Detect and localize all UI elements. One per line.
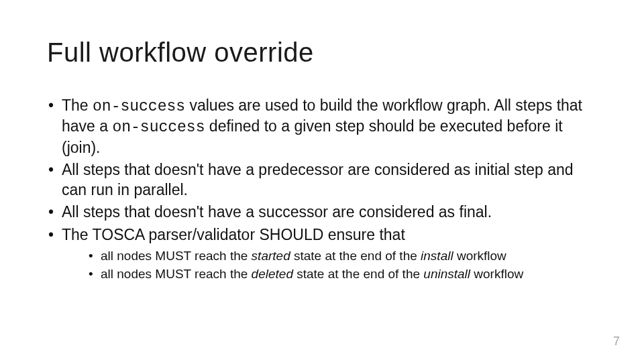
text: The TOSCA parser/validator SHOULD ensure… — [62, 226, 405, 243]
sub-bullet-1: all nodes MUST reach the started state a… — [89, 247, 597, 264]
text: workflow — [470, 267, 523, 281]
text: workflow — [453, 249, 506, 263]
italic: started — [252, 249, 290, 263]
bullet-list: The on-success values are used to build … — [47, 96, 597, 282]
page-number: 7 — [613, 335, 620, 349]
page-title: Full workflow override — [47, 38, 597, 68]
italic: install — [421, 249, 453, 263]
text: all nodes MUST reach the — [101, 267, 252, 281]
text: state at the end of the — [290, 249, 421, 263]
italic: deleted — [252, 267, 293, 281]
bullet-1: The on-success values are used to build … — [47, 96, 597, 158]
italic: uninstall — [423, 267, 470, 281]
sub-bullet-list: all nodes MUST reach the started state a… — [62, 247, 597, 282]
text: all nodes MUST reach the — [101, 249, 252, 263]
text: state at the end of the — [293, 267, 423, 281]
bullet-4: The TOSCA parser/validator SHOULD ensure… — [47, 225, 597, 283]
code: on-success — [93, 98, 185, 115]
sub-bullet-2: all nodes MUST reach the deleted state a… — [89, 265, 597, 282]
bullet-2: All steps that doesn't have a predecesso… — [47, 160, 597, 200]
code: on-success — [112, 119, 205, 136]
bullet-3: All steps that doesn't have a successor … — [47, 202, 597, 222]
text: The — [62, 97, 93, 114]
slide: Full workflow override The on-success va… — [0, 0, 644, 362]
